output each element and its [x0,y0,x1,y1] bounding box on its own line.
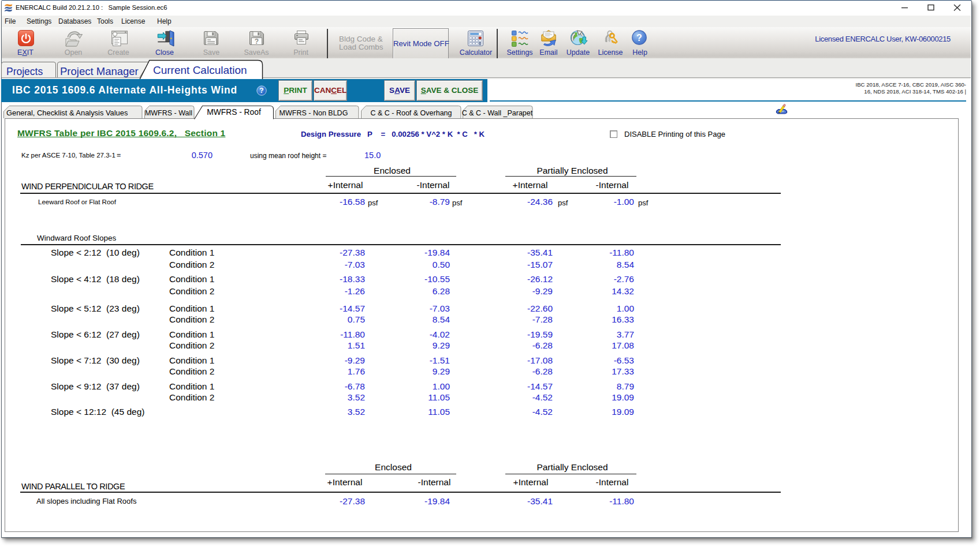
svg-text:General, Checklist & Analysis: General, Checklist & Analysis Values [6,108,128,117]
svg-text:?: ? [636,33,642,43]
svg-text:MWFRS - Roof: MWFRS - Roof [207,108,261,117]
svg-text:Projects: Projects [6,66,43,77]
svg-text:Current Calculation: Current Calculation [153,64,247,76]
svg-text:MWFRS - Wall: MWFRS - Wall [145,109,192,117]
svg-text:C & C - Roof & Overhang: C & C - Roof & Overhang [370,109,452,117]
svg-text:C & C - Wall _Parapet: C & C - Wall _Parapet [462,109,533,117]
svg-text:Project Manager: Project Manager [60,65,139,77]
svg-text:?: ? [255,38,259,46]
svg-text:?: ? [259,87,263,95]
svg-text:MWFRS - Non BLDG: MWFRS - Non BLDG [280,109,348,117]
